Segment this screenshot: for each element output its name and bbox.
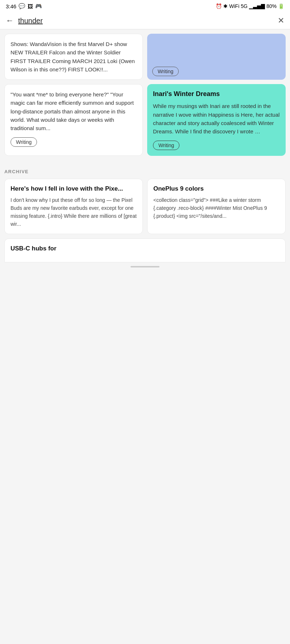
second-cards-row: "You want *me* to bring everyone here?" … (0, 84, 290, 156)
archive-card-usbc[interactable]: USB-C hubs for (4, 238, 286, 262)
game-icon: 🎮 (35, 3, 42, 9)
status-left: 3:46 💬 🖼 🎮 (6, 3, 42, 9)
archive-section: ARCHIVE Here's how I fell in love with t… (0, 160, 290, 238)
shows-card-text: Shows: WandaVision is the first Marvel D… (11, 41, 135, 72)
archive-card-usbc-title: USB-C hubs for (11, 245, 279, 253)
wifi-icon: WiFi (229, 3, 239, 9)
scroll-indicator (0, 262, 290, 271)
shows-card[interactable]: Shows: WandaVision is the first Marvel D… (4, 34, 143, 80)
top-cards-row: Shows: WandaVision is the first Marvel D… (0, 34, 290, 80)
archive-card-pixel-title: Here's how I fell in love with the Pixe.… (11, 185, 137, 193)
inari-card-writing-tag[interactable]: Writing (153, 141, 179, 150)
archive-card-pixel-text: I don't know why I put these off for so … (11, 196, 137, 228)
bluetooth-icon: ✱ (223, 3, 228, 9)
time: 3:46 (6, 3, 16, 9)
back-button[interactable]: ← (6, 16, 14, 25)
status-right: ⏰ ✱ WiFi 5G ▁▃▅▇ 80% 🔋 (216, 3, 284, 9)
inari-card-text: While my musings with Inari are still ro… (153, 102, 280, 136)
quote-card[interactable]: "You want *me* to bring everyone here?" … (4, 84, 143, 156)
writing-tag-top[interactable]: Writing (152, 67, 179, 76)
writing-tag-blue-card[interactable]: Writing (147, 34, 286, 80)
alarm-icon: ⏰ (216, 3, 222, 9)
archive-card-oneplus[interactable]: OnePlus 9 colors <collection class="grid… (147, 179, 286, 234)
quote-card-writing-tag[interactable]: Writing (11, 137, 37, 147)
signal-bars: ▁▃▅▇ (249, 3, 265, 9)
quote-card-text: "You want *me* to bring everyone here?" … (11, 90, 137, 132)
inari-card[interactable]: Inari's Winter Dreams While my musings w… (147, 84, 286, 156)
battery-icon: 🔋 (278, 3, 284, 9)
inari-card-title: Inari's Winter Dreams (153, 90, 280, 98)
archive-grid: Here's how I fell in love with the Pixe.… (4, 179, 286, 234)
scroll-bar (130, 266, 160, 267)
close-button[interactable]: ✕ (278, 16, 284, 25)
archive-card-oneplus-text: <collection class="grid"> ###Like a wint… (153, 196, 279, 220)
chat-icon: 💬 (18, 3, 25, 9)
search-input[interactable] (18, 17, 273, 25)
search-bar: ← ✕ (0, 12, 290, 29)
battery-percent: 80% (266, 3, 277, 9)
status-bar: 3:46 💬 🖼 🎮 ⏰ ✱ WiFi 5G ▁▃▅▇ 80% 🔋 (0, 0, 290, 12)
network-type: 5G (241, 3, 248, 9)
archive-card-pixel[interactable]: Here's how I fell in love with the Pixe.… (4, 179, 143, 234)
main-content: Shows: WandaVision is the first Marvel D… (0, 34, 290, 271)
archive-card-oneplus-title: OnePlus 9 colors (153, 185, 279, 193)
image-icon: 🖼 (28, 3, 33, 9)
archive-label: ARCHIVE (4, 169, 286, 174)
